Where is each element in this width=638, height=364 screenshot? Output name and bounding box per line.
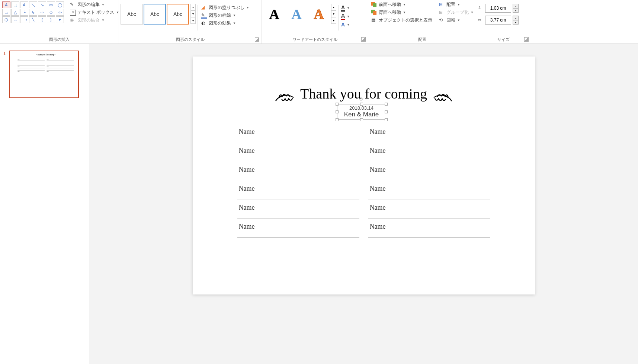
resize-handle-tm[interactable] [360, 103, 363, 106]
group-button: ⊞ グループ化 ▼ [437, 9, 475, 16]
shape-gallery-more-icon[interactable]: ▾ [56, 16, 64, 23]
group-icon: ⊞ [439, 10, 445, 16]
resize-handle-tr[interactable] [385, 103, 388, 106]
slide-date: 2018.03.14 [337, 105, 386, 111]
gallery-more-button[interactable]: ▾ [190, 17, 196, 24]
shape-fill-button[interactable]: ◢ 図形の塗りつぶし ▼ [200, 4, 251, 12]
text-effects-button[interactable]: A ▼ [340, 21, 350, 28]
resize-handle-tl[interactable] [336, 103, 339, 106]
shape-textbox2-icon[interactable]: A [20, 1, 28, 8]
merge-shapes-icon: ◉ [70, 17, 76, 23]
chevron-down-icon: ▼ [471, 11, 474, 14]
resize-handle-mr[interactable] [385, 110, 388, 113]
shape-textbox-vertical-icon[interactable]: ⬚ [11, 1, 19, 8]
height-input[interactable] [485, 4, 511, 13]
pen-icon: ✎ [201, 13, 207, 19]
signature-line [368, 136, 490, 143]
height-up-button[interactable]: ▴ [513, 4, 519, 8]
chevron-down-icon: ▼ [403, 11, 406, 14]
align-button[interactable]: ⊟ 配置 ▼ [437, 1, 475, 9]
name-label: Name [368, 147, 490, 155]
send-backward-button[interactable]: 背面へ移動 ▼ [370, 9, 434, 16]
chevron-down-icon: ▼ [347, 15, 350, 18]
dialog-launcher-size[interactable] [524, 37, 529, 42]
name-label: Name [237, 147, 359, 155]
resize-handle-ml[interactable] [336, 110, 339, 113]
shape-style-1[interactable]: Abc [121, 4, 143, 25]
shape-brace-right-icon[interactable]: } [47, 16, 55, 23]
signature-line [237, 155, 359, 162]
name-label: Name [368, 204, 490, 212]
shape-arrow-right-icon[interactable]: ⇨ [38, 9, 46, 16]
gallery-down-button[interactable]: ▾ [190, 10, 196, 17]
chevron-down-icon: ▼ [347, 6, 350, 10]
edit-shape-button[interactable]: ✎ 図形の編集 ▼ [68, 1, 121, 9]
bring-forward-icon [371, 2, 377, 8]
wordart-style-1[interactable]: A [263, 4, 285, 25]
resize-handle-bm[interactable] [360, 118, 363, 121]
width-input[interactable] [485, 16, 511, 25]
shape-freeform-icon[interactable]: ⬡ [2, 16, 10, 23]
name-label: Name [237, 185, 359, 193]
rotate-button[interactable]: ⟲ 回転 ▼ [437, 16, 475, 24]
group-label-shape-styles: 図形のスタイル [121, 36, 260, 44]
resize-handle-bl[interactable] [336, 118, 339, 121]
shape-line-icon[interactable]: ＼ [29, 1, 37, 8]
merge-shapes-button: ◉ 図形の結合 ▼ [68, 16, 121, 24]
ribbon-group-insert-shapes: A ⬚ A ＼ ↘ ▭ ◯ ▭ △ └ ↳ ⇨ ◇ ⇔ [0, 0, 119, 44]
width-up-button[interactable]: ▴ [513, 16, 519, 20]
shape-effects-button[interactable]: ◐ 図形の効果 ▼ [200, 19, 251, 27]
height-down-button[interactable]: ▾ [513, 8, 519, 13]
slide[interactable]: Thank you for coming ⟳ 2018.03.14 Ken & … [193, 57, 535, 294]
wordart-more-button[interactable]: ▾ [331, 17, 336, 24]
chevron-down-icon: ▼ [403, 3, 406, 6]
rotate-handle-icon[interactable]: ⟳ [359, 96, 363, 102]
slide-thumbnail-1[interactable]: ~ Thank you for coming ~ 2018.03.14 Ken … [9, 51, 79, 98]
shape-curve-icon[interactable]: ╲ [29, 16, 37, 23]
signature-line [237, 136, 359, 143]
shape-line2-icon[interactable]: ⟶ [20, 16, 28, 23]
shape-oval-icon[interactable]: ◯ [56, 1, 64, 8]
signature-line [368, 155, 490, 162]
shape-style-3[interactable]: Abc [167, 4, 189, 25]
signature-line [237, 193, 359, 200]
group-label-size: サイズ [478, 36, 529, 44]
wordart-style-2[interactable]: A [286, 4, 307, 25]
selected-text-box[interactable]: ⟳ 2018.03.14 Ken & Marie [337, 104, 386, 120]
shape-triangle-icon[interactable]: △ [11, 9, 19, 16]
gallery-up-button[interactable]: ▴ [190, 4, 196, 10]
shape-textbox-icon[interactable]: A [2, 1, 10, 8]
shape-style-2[interactable]: Abc [144, 4, 166, 25]
text-outline-button[interactable]: A ▼ [340, 12, 350, 21]
ribbon-group-arrange: 前面へ移動 ▼ 背面へ移動 ▼ ▤ オブジェクトの選択と表示 ⊟ 配置 [368, 0, 476, 44]
shape-double-arrow-icon[interactable]: ⇔ [56, 9, 64, 16]
shape-brace-left-icon[interactable]: { [38, 16, 46, 23]
name-label: Name [368, 128, 490, 136]
width-down-button[interactable]: ▾ [513, 20, 519, 25]
resize-handle-br[interactable] [385, 118, 388, 121]
text-fill-button[interactable]: A ▼ [340, 4, 350, 12]
signature-line [368, 231, 490, 238]
wordart-up-button[interactable]: ▴ [331, 4, 336, 10]
shape-rect2-icon[interactable]: ▭ [2, 9, 10, 16]
signature-line [237, 231, 359, 238]
shape-diamond-icon[interactable]: ◇ [47, 9, 55, 16]
shape-arc-icon[interactable]: ⌢ [11, 16, 19, 23]
wordart-down-button[interactable]: ▾ [331, 10, 336, 17]
group-label-insert-shapes: 図形の挿入 [1, 36, 117, 44]
chevron-down-icon: ▼ [457, 3, 460, 6]
shape-elbow-icon[interactable]: ↳ [29, 9, 37, 16]
dialog-launcher-wordart[interactable] [361, 37, 366, 42]
text-box-button[interactable]: A テキスト ボックス ▼ [68, 9, 121, 16]
bring-forward-button[interactable]: 前面へ移動 ▼ [370, 1, 434, 9]
send-backward-icon [371, 10, 377, 16]
shape-rect-icon[interactable]: ▭ [47, 1, 55, 8]
selection-pane-button[interactable]: ▤ オブジェクトの選択と表示 [370, 16, 434, 24]
wordart-style-3[interactable]: A [308, 4, 330, 25]
signature-line [368, 193, 490, 200]
shape-arrow-line-icon[interactable]: ↘ [38, 1, 46, 8]
dialog-launcher-shape-styles[interactable] [255, 37, 259, 42]
shape-outline-button[interactable]: ✎ 図形の枠線 ▼ [200, 12, 251, 19]
shape-connector-icon[interactable]: └ [20, 9, 28, 16]
slide-canvas-area[interactable]: Thank you for coming ⟳ 2018.03.14 Ken & … [89, 44, 638, 364]
